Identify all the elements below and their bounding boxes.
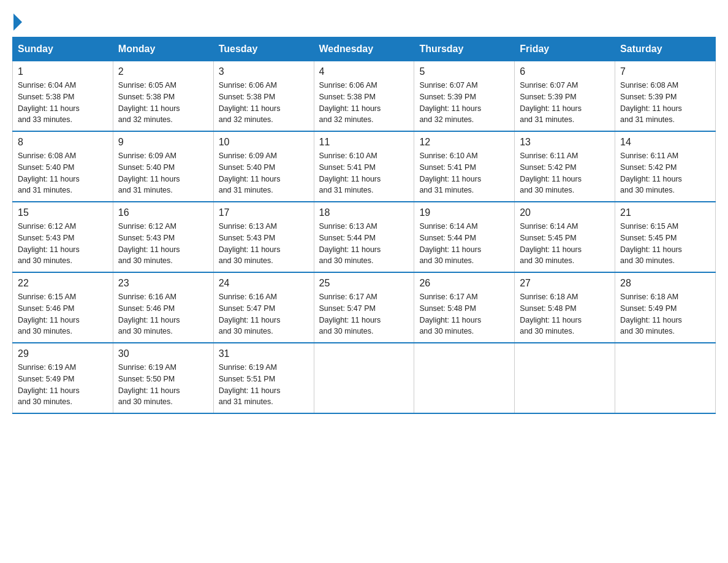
calendar-cell: 14 Sunrise: 6:11 AM Sunset: 5:42 PM Dayl… xyxy=(615,131,716,202)
day-number: 14 xyxy=(620,137,710,148)
day-info: Sunrise: 6:14 AM Sunset: 5:44 PM Dayligh… xyxy=(419,222,481,265)
day-info: Sunrise: 6:17 AM Sunset: 5:47 PM Dayligh… xyxy=(319,293,381,335)
day-info: Sunrise: 6:11 AM Sunset: 5:42 PM Dayligh… xyxy=(520,151,582,194)
day-number: 10 xyxy=(219,137,309,148)
day-info: Sunrise: 6:13 AM Sunset: 5:44 PM Dayligh… xyxy=(319,222,381,265)
calendar-cell: 2 Sunrise: 6:05 AM Sunset: 5:38 PM Dayli… xyxy=(113,61,213,132)
day-info: Sunrise: 6:13 AM Sunset: 5:43 PM Dayligh… xyxy=(219,222,281,265)
calendar-cell: 8 Sunrise: 6:08 AM Sunset: 5:40 PM Dayli… xyxy=(13,131,113,202)
calendar-cell: 20 Sunrise: 6:14 AM Sunset: 5:45 PM Dayl… xyxy=(515,202,615,272)
calendar-cell: 11 Sunrise: 6:10 AM Sunset: 5:41 PM Dayl… xyxy=(314,131,414,202)
calendar-cell: 17 Sunrise: 6:13 AM Sunset: 5:43 PM Dayl… xyxy=(213,202,314,272)
calendar-header: SundayMondayTuesdayWednesdayThursdayFrid… xyxy=(13,37,716,61)
day-info: Sunrise: 6:15 AM Sunset: 5:46 PM Dayligh… xyxy=(18,293,80,335)
day-number: 7 xyxy=(620,66,710,77)
calendar-cell: 26 Sunrise: 6:17 AM Sunset: 5:48 PM Dayl… xyxy=(414,272,515,343)
day-info: Sunrise: 6:05 AM Sunset: 5:38 PM Dayligh… xyxy=(118,81,180,124)
calendar-cell: 12 Sunrise: 6:10 AM Sunset: 5:41 PM Dayl… xyxy=(414,131,515,202)
weekday-header-wednesday: Wednesday xyxy=(314,37,414,61)
calendar-cell xyxy=(515,343,615,413)
calendar-table: SundayMondayTuesdayWednesdayThursdayFrid… xyxy=(12,37,716,414)
day-number: 2 xyxy=(118,66,208,77)
day-number: 30 xyxy=(118,348,208,359)
day-number: 9 xyxy=(118,137,208,148)
weekday-header-friday: Friday xyxy=(515,37,615,61)
day-info: Sunrise: 6:18 AM Sunset: 5:49 PM Dayligh… xyxy=(620,293,682,335)
day-number: 27 xyxy=(520,278,610,289)
calendar-cell: 6 Sunrise: 6:07 AM Sunset: 5:39 PM Dayli… xyxy=(515,61,615,132)
calendar-cell: 4 Sunrise: 6:06 AM Sunset: 5:38 PM Dayli… xyxy=(314,61,414,132)
calendar-cell: 16 Sunrise: 6:12 AM Sunset: 5:43 PM Dayl… xyxy=(113,202,213,272)
day-number: 28 xyxy=(620,278,710,289)
calendar-week-5: 29 Sunrise: 6:19 AM Sunset: 5:49 PM Dayl… xyxy=(13,343,716,413)
day-info: Sunrise: 6:16 AM Sunset: 5:47 PM Dayligh… xyxy=(219,293,281,335)
day-number: 11 xyxy=(319,137,409,148)
calendar-cell: 9 Sunrise: 6:09 AM Sunset: 5:40 PM Dayli… xyxy=(113,131,213,202)
day-number: 23 xyxy=(118,278,208,289)
day-info: Sunrise: 6:19 AM Sunset: 5:51 PM Dayligh… xyxy=(219,363,281,406)
calendar-cell: 3 Sunrise: 6:06 AM Sunset: 5:38 PM Dayli… xyxy=(213,61,314,132)
day-info: Sunrise: 6:09 AM Sunset: 5:40 PM Dayligh… xyxy=(118,151,180,194)
day-number: 16 xyxy=(118,207,208,218)
day-info: Sunrise: 6:19 AM Sunset: 5:49 PM Dayligh… xyxy=(18,363,80,406)
calendar-cell: 23 Sunrise: 6:16 AM Sunset: 5:46 PM Dayl… xyxy=(113,272,213,343)
day-number: 29 xyxy=(18,348,108,359)
weekday-header-tuesday: Tuesday xyxy=(213,37,314,61)
calendar-cell xyxy=(314,343,414,413)
calendar-cell: 10 Sunrise: 6:09 AM Sunset: 5:40 PM Dayl… xyxy=(213,131,314,202)
day-number: 26 xyxy=(419,278,509,289)
day-number: 25 xyxy=(319,278,409,289)
calendar-cell: 7 Sunrise: 6:08 AM Sunset: 5:39 PM Dayli… xyxy=(615,61,716,132)
day-info: Sunrise: 6:04 AM Sunset: 5:38 PM Dayligh… xyxy=(18,81,80,124)
day-info: Sunrise: 6:11 AM Sunset: 5:42 PM Dayligh… xyxy=(620,151,682,194)
day-number: 4 xyxy=(319,66,409,77)
day-info: Sunrise: 6:12 AM Sunset: 5:43 PM Dayligh… xyxy=(118,222,180,265)
calendar-week-1: 1 Sunrise: 6:04 AM Sunset: 5:38 PM Dayli… xyxy=(13,61,716,132)
day-info: Sunrise: 6:08 AM Sunset: 5:40 PM Dayligh… xyxy=(18,151,80,194)
day-number: 6 xyxy=(520,66,610,77)
calendar-cell: 5 Sunrise: 6:07 AM Sunset: 5:39 PM Dayli… xyxy=(414,61,515,132)
day-info: Sunrise: 6:07 AM Sunset: 5:39 PM Dayligh… xyxy=(520,81,582,124)
day-number: 1 xyxy=(18,66,108,77)
day-info: Sunrise: 6:07 AM Sunset: 5:39 PM Dayligh… xyxy=(419,81,481,124)
logo-arrow-icon xyxy=(13,13,22,31)
day-number: 20 xyxy=(520,207,610,218)
calendar-cell: 29 Sunrise: 6:19 AM Sunset: 5:49 PM Dayl… xyxy=(13,343,113,413)
day-number: 3 xyxy=(219,66,309,77)
day-info: Sunrise: 6:06 AM Sunset: 5:38 PM Dayligh… xyxy=(219,81,281,124)
day-info: Sunrise: 6:12 AM Sunset: 5:43 PM Dayligh… xyxy=(18,222,80,265)
day-info: Sunrise: 6:10 AM Sunset: 5:41 PM Dayligh… xyxy=(419,151,481,194)
calendar-cell: 22 Sunrise: 6:15 AM Sunset: 5:46 PM Dayl… xyxy=(13,272,113,343)
day-info: Sunrise: 6:10 AM Sunset: 5:41 PM Dayligh… xyxy=(319,151,381,194)
day-number: 24 xyxy=(219,278,309,289)
logo xyxy=(12,12,22,31)
weekday-header-monday: Monday xyxy=(113,37,213,61)
day-info: Sunrise: 6:17 AM Sunset: 5:48 PM Dayligh… xyxy=(419,293,481,335)
day-info: Sunrise: 6:08 AM Sunset: 5:39 PM Dayligh… xyxy=(620,81,682,124)
calendar-cell: 30 Sunrise: 6:19 AM Sunset: 5:50 PM Dayl… xyxy=(113,343,213,413)
calendar-cell: 28 Sunrise: 6:18 AM Sunset: 5:49 PM Dayl… xyxy=(615,272,716,343)
calendar-body: 1 Sunrise: 6:04 AM Sunset: 5:38 PM Dayli… xyxy=(13,61,716,414)
calendar-cell: 13 Sunrise: 6:11 AM Sunset: 5:42 PM Dayl… xyxy=(515,131,615,202)
calendar-week-2: 8 Sunrise: 6:08 AM Sunset: 5:40 PM Dayli… xyxy=(13,131,716,202)
weekday-header-saturday: Saturday xyxy=(615,37,716,61)
day-number: 15 xyxy=(18,207,108,218)
calendar-week-3: 15 Sunrise: 6:12 AM Sunset: 5:43 PM Dayl… xyxy=(13,202,716,272)
page-header xyxy=(12,12,716,31)
day-number: 12 xyxy=(419,137,509,148)
calendar-cell: 1 Sunrise: 6:04 AM Sunset: 5:38 PM Dayli… xyxy=(13,61,113,132)
day-info: Sunrise: 6:06 AM Sunset: 5:38 PM Dayligh… xyxy=(319,81,381,124)
day-number: 21 xyxy=(620,207,710,218)
day-number: 5 xyxy=(419,66,509,77)
day-info: Sunrise: 6:16 AM Sunset: 5:46 PM Dayligh… xyxy=(118,293,180,335)
calendar-cell: 21 Sunrise: 6:15 AM Sunset: 5:45 PM Dayl… xyxy=(615,202,716,272)
day-info: Sunrise: 6:19 AM Sunset: 5:50 PM Dayligh… xyxy=(118,363,180,406)
calendar-cell: 27 Sunrise: 6:18 AM Sunset: 5:48 PM Dayl… xyxy=(515,272,615,343)
day-info: Sunrise: 6:14 AM Sunset: 5:45 PM Dayligh… xyxy=(520,222,582,265)
weekday-header-thursday: Thursday xyxy=(414,37,515,61)
day-number: 8 xyxy=(18,137,108,148)
calendar-cell: 15 Sunrise: 6:12 AM Sunset: 5:43 PM Dayl… xyxy=(13,202,113,272)
calendar-cell: 31 Sunrise: 6:19 AM Sunset: 5:51 PM Dayl… xyxy=(213,343,314,413)
day-number: 22 xyxy=(18,278,108,289)
calendar-cell: 24 Sunrise: 6:16 AM Sunset: 5:47 PM Dayl… xyxy=(213,272,314,343)
